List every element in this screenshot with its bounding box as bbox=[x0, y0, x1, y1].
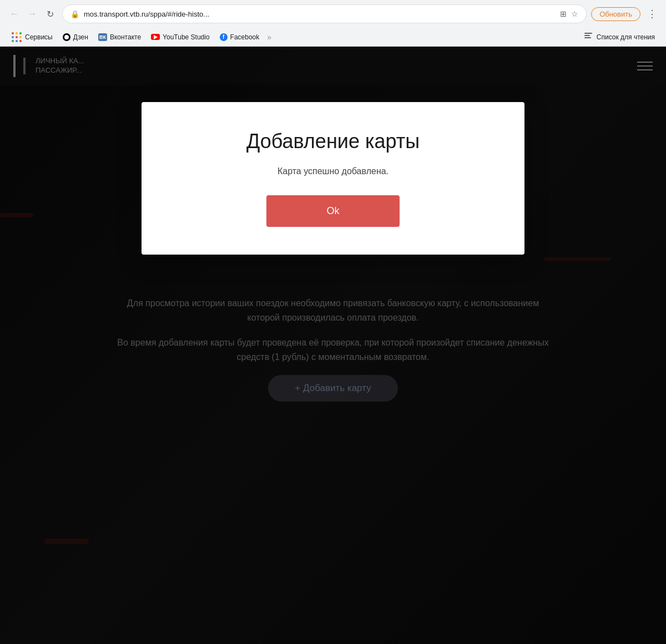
bookmark-youtube[interactable]: YouTube Studio bbox=[147, 32, 214, 43]
reading-list[interactable]: Список для чтения bbox=[579, 29, 659, 44]
svg-rect-1 bbox=[584, 35, 590, 36]
svg-rect-2 bbox=[584, 37, 591, 38]
services-label: Сервисы bbox=[25, 33, 53, 41]
modal-ok-button[interactable]: Ok bbox=[266, 195, 400, 227]
browser-chrome: ← → ↻ 🔒 mos.transport.vtb.ru/sppa/#/ride… bbox=[0, 0, 666, 47]
dzen-icon bbox=[63, 33, 70, 41]
vkontakte-label: Вконтакте bbox=[110, 33, 141, 41]
bookmark-star-icon[interactable]: ☆ bbox=[571, 9, 578, 18]
nav-buttons: ← → ↻ bbox=[7, 6, 58, 22]
youtube-label: YouTube Studio bbox=[163, 33, 210, 41]
reading-list-icon bbox=[583, 31, 593, 43]
bookmark-vkontakte[interactable]: ВК Вконтакте bbox=[94, 32, 145, 43]
browser-toolbar: ← → ↻ 🔒 mos.transport.vtb.ru/sppa/#/ride… bbox=[0, 0, 666, 28]
reload-button[interactable]: ↻ bbox=[42, 6, 58, 22]
translate-icon[interactable]: ⊞ bbox=[560, 9, 567, 18]
address-bar[interactable]: 🔒 mos.transport.vtb.ru/sppa/#/ride-histo… bbox=[62, 4, 587, 23]
lock-icon: 🔒 bbox=[70, 10, 79, 18]
bookmarks-separator: » bbox=[265, 33, 274, 42]
forward-button[interactable]: → bbox=[24, 6, 40, 22]
bookmark-facebook[interactable]: f Facebook bbox=[215, 32, 264, 43]
svg-rect-0 bbox=[584, 33, 592, 34]
more-button[interactable]: ⋮ bbox=[645, 8, 659, 20]
vk-icon: ВК bbox=[98, 33, 107, 41]
back-button[interactable]: ← bbox=[7, 6, 22, 22]
youtube-icon bbox=[151, 34, 160, 40]
grid-icon bbox=[11, 32, 22, 43]
facebook-label: Facebook bbox=[230, 33, 260, 41]
page-content: ЛИЧНЫЙ КА... ПАССАЖИР... Для просмотра и… bbox=[0, 47, 666, 644]
modal-title: Добавление карты bbox=[246, 130, 420, 153]
modal-subtitle: Карта успешно добавлена. bbox=[278, 166, 389, 176]
facebook-icon: f bbox=[220, 33, 228, 41]
toolbar-right: Обновить ⋮ bbox=[591, 7, 659, 21]
modal-overlay: Добавление карты Карта успешно добавлена… bbox=[0, 47, 666, 644]
address-text: mos.transport.vtb.ru/sppa/#/ride-histo..… bbox=[84, 10, 556, 18]
dzen-label: Дзен bbox=[73, 33, 88, 41]
modal-dialog: Добавление карты Карта успешно добавлена… bbox=[142, 102, 524, 255]
update-button[interactable]: Обновить bbox=[591, 7, 640, 21]
reading-list-label: Список для чтения bbox=[597, 33, 655, 41]
bookmark-services[interactable]: Сервисы bbox=[7, 30, 57, 44]
bookmarks-right: Список для чтения bbox=[579, 29, 659, 44]
bookmarks-bar: Сервисы Дзен ВК Вконтакте bbox=[0, 28, 666, 47]
bookmark-dzen[interactable]: Дзен bbox=[58, 32, 93, 43]
